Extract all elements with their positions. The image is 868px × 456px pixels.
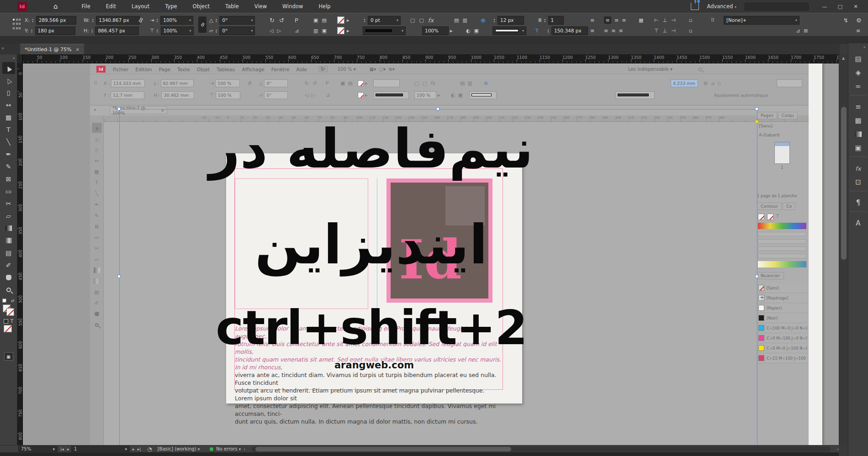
cc-libraries-panel-icon[interactable]: ▣ [850,141,867,155]
width-field[interactable]: 1340.867 px [96,16,140,25]
document-tab[interactable]: *Untitled-1 @ 75% × [20,44,84,54]
align-left-icon[interactable]: ≡ [605,18,609,23]
gap-tool[interactable]: ↔ [2,99,15,111]
scroll-right-icon[interactable]: › [837,447,839,451]
vertical-scroll-thumb[interactable] [841,107,847,260]
opacity-flyout-icon[interactable]: ▸ [450,28,453,33]
select-content-icon[interactable]: ▣ [313,18,318,23]
zoom-tool[interactable] [2,284,15,296]
swatches-panel-icon[interactable]: ▦ [850,114,867,127]
rotate-ccw-icon[interactable]: ↺ [279,17,284,23]
align-center-icon[interactable]: ≡ [614,18,619,23]
justify-left-icon[interactable]: ≡ [604,28,608,33]
height-field[interactable]: 886.457 px [95,26,139,35]
content-collector-tool[interactable]: ▦ [2,111,15,123]
stroke-type-dropdown[interactable] [363,26,406,35]
gradient-feather-tool[interactable] [2,235,15,246]
selection-marquee-icon[interactable]: ▫ [689,18,692,23]
leading-field[interactable]: 150.348 px [551,26,588,35]
gap-size-field[interactable]: 12 px [498,16,524,25]
previous-page-icon[interactable]: ◂ [67,447,69,451]
proxy-grid-icon[interactable]: ⠿ [711,18,715,23]
workspace-switcher[interactable]: Advanced ▾ [707,3,736,10]
pages-panel-icon[interactable]: ▤ [850,52,867,66]
vertical-scrollbar[interactable]: ▲ [839,54,848,445]
scroll-up-icon[interactable]: ▲ [842,56,845,60]
apply-none-button[interactable] [4,325,12,332]
gradient-tool[interactable] [2,222,15,234]
fill-flyout-icon[interactable]: ▸ [347,28,349,33]
corner-options-icon[interactable]: ▢ [410,18,415,23]
select-container-icon[interactable]: P [295,17,298,23]
align-objects-right-icon[interactable]: ⊣ [671,18,676,23]
headline-text-frame[interactable]: نیم‌فاصله در ایندیزاین ctrl+shift+2 [201,63,541,445]
flip-vertical-icon[interactable]: ▷ [277,28,281,33]
list-view-icon[interactable]: ≡ [590,18,594,23]
menu-item[interactable]: Edit [106,3,116,10]
pencil-tool[interactable]: ✎ [2,161,15,173]
preflight-status-text[interactable]: No errors ▾ [216,446,241,451]
object-styles-panel-icon[interactable]: ⊡ [850,175,867,189]
corner-editor-handle[interactable] [755,120,758,123]
quick-apply-icon[interactable]: ↯ [843,17,848,23]
horizontal-scroll-thumb[interactable] [255,447,511,451]
menu-item[interactable]: View [254,3,267,10]
snap-icon[interactable]: ⊿ [796,28,800,33]
dock-separator[interactable] [850,157,867,161]
panel-menu-icon[interactable]: ≡ [856,28,860,33]
link-icon[interactable]: 8 [138,16,144,23]
selection-handle[interactable] [117,107,121,110]
paragraph-styles-panel-icon[interactable]: ¶ [850,196,867,210]
tab-close-icon[interactable]: × [75,47,79,52]
stroke-color-none-icon[interactable] [337,16,344,24]
align-right-icon[interactable]: ≡ [622,18,626,23]
scissors-tool[interactable]: ✂ [2,198,15,210]
align-middle-icon[interactable]: ⊥ [663,28,667,33]
frame-tool[interactable]: ⊠ [2,173,15,185]
opacity-field[interactable]: 100% [422,26,449,35]
first-page-icon[interactable]: |◂ [60,447,64,451]
menu-item[interactable]: Object [193,3,210,10]
grid-icon[interactable]: ⊞ [804,28,808,33]
nav-down-icon[interactable]: ▥ [313,28,318,33]
dock-separator[interactable] [850,211,867,215]
rectangle-tool[interactable]: ▭ [2,185,15,197]
stroke-swatch[interactable] [6,308,14,316]
align-bottom-icon[interactable]: ⊣ [671,28,676,33]
wrap-none-icon[interactable]: ▤ [454,18,459,23]
direct-selection-tool[interactable]: △ [2,74,15,86]
corner-shape-icon[interactable]: ▢ [419,18,423,23]
justify-center-icon[interactable]: ≡ [611,28,615,33]
preflight-profile-dropdown[interactable]: [Basic] (working) ▾ [158,446,200,451]
drop-shadow-icon[interactable]: ▣ [474,28,479,33]
formatting-text-icon[interactable]: T [11,319,13,324]
gradient-panel-icon[interactable] [850,127,867,141]
tools-collapse-icon[interactable]: » [0,54,17,62]
layers-panel-icon[interactable]: ◈ [850,66,867,79]
page-number-dropdown[interactable]: 1▾ [71,446,130,452]
dock-separator[interactable] [850,191,867,195]
links-panel-icon[interactable]: ∞ [850,79,867,93]
align-objects-center-icon[interactable]: ⊥ [663,18,667,23]
auto-fit-icon[interactable]: ⊕ [481,17,486,23]
object-style-dropdown[interactable]: [None]+ [724,16,799,25]
pen-tool[interactable]: ✒ [2,148,15,160]
stroke-flyout-icon[interactable]: ▸ [347,18,349,23]
selection-tool[interactable]: ▲ [2,62,15,74]
expand-panels-icon[interactable]: » [1,46,4,51]
select-parent-icon[interactable]: ▤ [322,18,326,23]
align-top-icon[interactable]: ⊤ [654,28,659,33]
hand-tool[interactable] [2,272,15,283]
close-button[interactable]: ✕ [848,0,863,12]
horizontal-ruler[interactable]: 5010015020025030035040045050055060065070… [0,54,840,63]
dock-separator[interactable] [850,95,867,99]
fill-color-none-icon[interactable] [337,27,344,34]
rotate-cw-icon[interactable]: ↻ [270,17,275,23]
preflight-menu-icon[interactable]: ◔ [147,446,152,452]
free-transform-tool[interactable]: ▱ [2,210,15,222]
effects-panel-icon[interactable]: fx [850,162,867,175]
menu-item[interactable]: Type [165,3,177,10]
next-page-icon[interactable]: ▸ [132,447,135,451]
dock-collapse-icon[interactable]: « [848,43,868,52]
rotation-field[interactable]: 0° [219,16,255,25]
